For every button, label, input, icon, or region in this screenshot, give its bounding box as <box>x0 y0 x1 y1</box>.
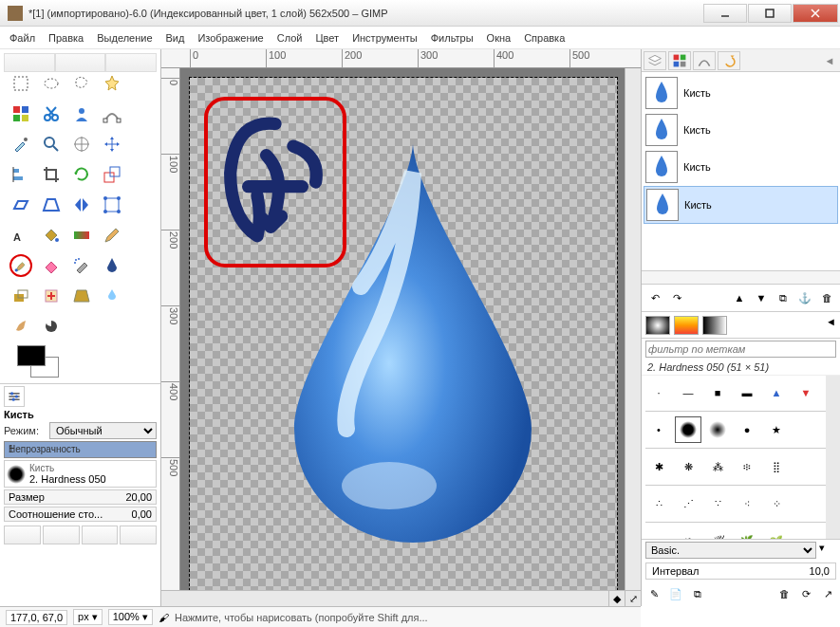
status-unit[interactable]: px ▾ <box>73 609 103 625</box>
align-tool[interactable] <box>9 163 32 186</box>
delete-preset-button[interactable] <box>82 526 119 544</box>
menu-filters[interactable]: Фильтры <box>425 29 479 46</box>
by-color-select-tool[interactable] <box>9 102 32 125</box>
brush-item[interactable] <box>675 416 701 443</box>
paintbrush-tool[interactable] <box>9 254 32 277</box>
perspective-clone-tool[interactable] <box>70 285 93 307</box>
aspect-ratio-field[interactable]: Соотношение сто...0,00 <box>4 507 157 522</box>
brush-item[interactable]: ⁘ <box>763 490 790 517</box>
restore-preset-button[interactable] <box>43 526 80 544</box>
brush-item[interactable]: ▬ <box>734 379 760 406</box>
close-button[interactable] <box>793 4 838 23</box>
mode-select[interactable]: Обычный <box>49 422 157 439</box>
color-picker-tool[interactable] <box>9 133 32 156</box>
fg-color[interactable] <box>17 345 46 366</box>
tool-options-tab-icon[interactable] <box>4 386 25 407</box>
menu-tools[interactable]: Инструменты <box>346 29 423 46</box>
color-swatch[interactable] <box>17 345 59 378</box>
layer-item[interactable]: Кисть <box>644 112 838 148</box>
anchor-layer-icon[interactable]: ⚓ <box>795 288 814 307</box>
brush-item[interactable]: ༗ <box>704 527 731 539</box>
brush-grid-scrollbar[interactable] <box>826 376 840 539</box>
pattern-preview-icon[interactable] <box>674 316 699 335</box>
layer-item[interactable]: Кисть <box>644 75 838 111</box>
save-preset-button[interactable] <box>4 526 41 544</box>
airbrush-tool[interactable] <box>70 254 93 277</box>
fuzzy-select-tool[interactable] <box>101 72 123 95</box>
menu-view[interactable]: Вид <box>160 29 191 46</box>
clone-tool[interactable] <box>9 285 32 307</box>
brush-item[interactable]: ∵ <box>704 490 731 517</box>
maximize-button[interactable] <box>748 4 792 23</box>
layers-tab-icon[interactable] <box>644 51 666 70</box>
text-tool[interactable]: A <box>9 224 32 247</box>
brush-item[interactable]: ✱ <box>645 453 672 480</box>
undo-tab-icon[interactable] <box>718 51 740 70</box>
scale-tool[interactable] <box>101 163 123 186</box>
new-brush-icon[interactable]: 📄 <box>666 584 685 603</box>
dock-menu-button-2[interactable]: ◄ <box>826 316 836 334</box>
brush-item[interactable]: — <box>675 379 701 406</box>
paths-tab-icon[interactable] <box>693 51 716 70</box>
menu-image[interactable]: Изображение <box>192 29 269 46</box>
dock-menu-button[interactable]: ◄ <box>821 51 838 69</box>
dodge-burn-tool[interactable] <box>40 315 63 338</box>
bucket-fill-tool[interactable] <box>40 224 63 247</box>
canvas-viewport[interactable] <box>180 68 625 590</box>
edit-brush-icon[interactable]: ✎ <box>644 584 663 603</box>
raise-layer-icon[interactable]: ▲ <box>730 288 749 307</box>
duplicate-brush-icon[interactable]: ⧉ <box>688 584 707 603</box>
lower-layer-icon[interactable]: ▼ <box>752 288 771 307</box>
layer-scroll[interactable] <box>642 271 840 285</box>
flip-tool[interactable] <box>70 194 93 216</box>
brush-picker[interactable]: Кисть 2. Hardness 050 <box>4 460 157 488</box>
open-as-image-icon[interactable]: ↗ <box>818 584 837 603</box>
menu-edit[interactable]: Правка <box>43 29 89 46</box>
scissors-tool[interactable] <box>40 102 63 125</box>
duplicate-layer-icon[interactable]: ⧉ <box>774 288 793 307</box>
cage-tool[interactable] <box>101 194 123 216</box>
brush-item[interactable]: ⁖ <box>734 490 760 517</box>
gradient-preview-icon[interactable] <box>702 316 727 335</box>
size-field[interactable]: Размер20,00 <box>4 489 157 505</box>
opacity-slider[interactable]: Непрозрачность1 <box>4 441 157 458</box>
measure-tool[interactable] <box>70 133 93 156</box>
zoom-tool[interactable] <box>40 133 63 156</box>
ellipse-select-tool[interactable] <box>40 72 63 95</box>
filter-input[interactable] <box>645 341 836 358</box>
brush-item[interactable]: ∴ <box>645 490 672 517</box>
canvas[interactable] <box>190 78 617 590</box>
brush-item[interactable]: ⋰ <box>675 490 701 517</box>
menu-select[interactable]: Выделение <box>91 29 158 46</box>
blur-tool[interactable] <box>101 285 123 307</box>
menu-file[interactable]: Файл <box>4 29 41 46</box>
nav-quickmask-icon[interactable]: ◆ <box>608 591 625 606</box>
preset-select[interactable]: Basic. <box>645 542 816 559</box>
brush-item[interactable]: ■ <box>704 379 731 406</box>
heal-tool[interactable] <box>40 285 63 307</box>
brush-item[interactable]: ▼ <box>793 379 819 406</box>
layer-item[interactable]: Кисть <box>644 186 838 224</box>
undo-icon[interactable]: ↶ <box>645 288 664 307</box>
nav-zoom-icon[interactable]: ⤢ <box>625 591 641 606</box>
foreground-select-tool[interactable] <box>70 102 93 125</box>
menu-windows[interactable]: Окна <box>481 29 517 46</box>
brush-item[interactable] <box>704 416 731 443</box>
layer-item[interactable]: Кисть <box>644 149 838 185</box>
menu-layer[interactable]: Слой <box>271 29 308 46</box>
brush-item[interactable]: ★ <box>763 416 790 443</box>
blend-tool[interactable] <box>70 224 93 247</box>
paths-tool[interactable] <box>101 102 123 125</box>
perspective-tool[interactable] <box>40 194 63 216</box>
rotate-tool[interactable] <box>70 163 93 186</box>
ink-tool[interactable] <box>101 254 123 277</box>
status-zoom[interactable]: 100% ▾ <box>108 609 153 625</box>
reset-preset-button[interactable] <box>120 526 157 544</box>
brush-item[interactable]: ● <box>734 416 760 443</box>
brush-item[interactable]: • <box>645 416 672 443</box>
brush-item[interactable]: 🌿 <box>734 527 760 539</box>
move-tool[interactable] <box>101 133 123 156</box>
brush-item[interactable]: ▲ <box>763 379 790 406</box>
vertical-scrollbar[interactable] <box>625 68 641 590</box>
redo-icon[interactable]: ↷ <box>667 288 686 307</box>
